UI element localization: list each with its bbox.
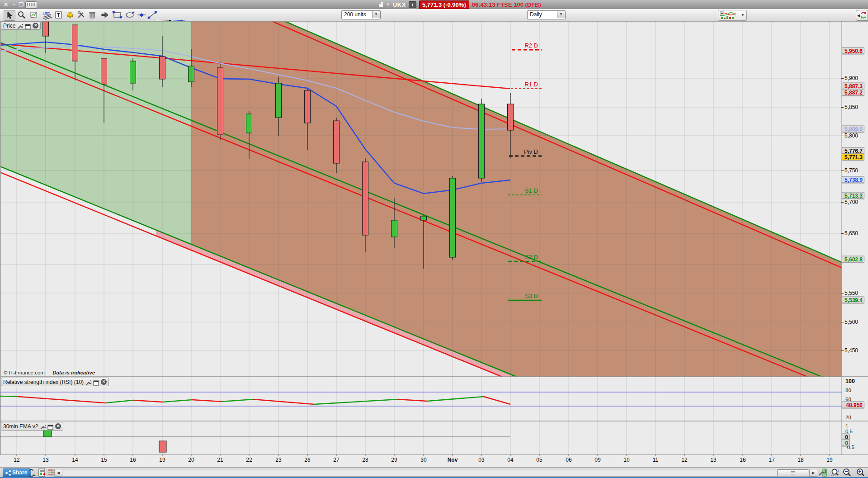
ema-histogram-bar [159,441,166,452]
rsi-line-segment [0,396,18,397]
price-panel-close-icon[interactable]: ✕ [33,23,38,28]
ema-panel-settings-icon[interactable] [40,424,46,429]
chart-canvas[interactable] [0,0,868,478]
price-panel-title: Price [3,23,15,29]
rsi-panel-window-icon[interactable] [93,379,99,385]
rsi-panel-header: Relative strength index (RSI) (10) ✕ [1,378,109,386]
price-panel-settings-icon[interactable] [17,23,23,28]
price-panel-header: Price ✕ [1,21,41,30]
rsi-panel-close-icon[interactable]: ✕ [101,379,107,385]
ema-panel-close-icon[interactable]: ✕ [55,423,61,429]
rsi-panel-title: Relative strength index (RSI) (10) [3,379,84,385]
trading-app-window: ✕ – ❐ ▼ UKX i 5,771.3 (-0.90%) 06:43:13 … [0,0,868,478]
price-panel-window-icon[interactable] [25,23,31,28]
copyright-owner: © IT-Finance.com [4,370,45,375]
ema-panel-header: 30min EMA v2 ✕ [1,422,63,431]
ema-panel-window-icon[interactable] [47,424,53,429]
data-indicative-note: Data is indicative [52,370,95,375]
copyright-note: © IT-Finance.com Data is indicative [4,370,95,375]
rsi-panel-settings-icon[interactable] [85,379,91,385]
ema-panel-title: 30min EMA v2 [3,423,38,430]
